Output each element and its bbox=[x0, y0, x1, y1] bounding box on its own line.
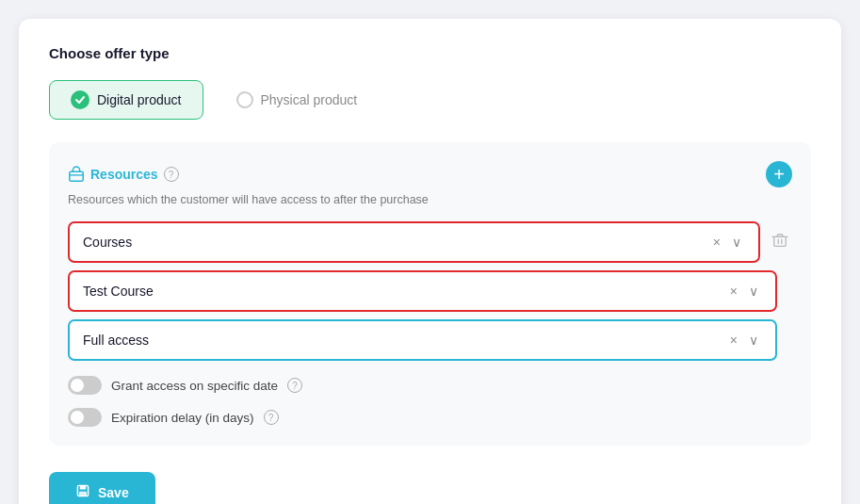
resource-value-1: Courses bbox=[83, 235, 132, 250]
add-resource-button[interactable]: + bbox=[766, 161, 792, 187]
resources-description: Resources which the customer will have a… bbox=[68, 193, 792, 206]
dropdown-controls-2: × ∨ bbox=[726, 282, 762, 301]
clear-resource-1-icon[interactable]: × bbox=[709, 233, 724, 252]
svg-rect-0 bbox=[70, 171, 83, 181]
tab-physical[interactable]: Physical product bbox=[215, 81, 380, 119]
tab-digital[interactable]: Digital product bbox=[49, 80, 203, 120]
resources-title: Resources bbox=[90, 167, 158, 182]
resource-dropdown-1[interactable]: Courses × ∨ bbox=[68, 221, 760, 263]
resources-panel: Resources ? + Resources which the custom… bbox=[49, 142, 811, 446]
resource-value-3: Full access bbox=[83, 333, 149, 348]
chevron-resource-3-icon[interactable]: ∨ bbox=[745, 331, 762, 350]
toggle-row-grant-access: Grant access on specific date ? bbox=[68, 376, 792, 395]
dropdown-controls-3: × ∨ bbox=[726, 331, 762, 350]
grant-access-info-icon[interactable]: ? bbox=[287, 378, 302, 393]
page-title: Choose offer type bbox=[49, 45, 811, 61]
resources-box-icon bbox=[68, 166, 85, 183]
save-button[interactable]: Save bbox=[49, 472, 155, 504]
resource-value-2: Test Course bbox=[83, 284, 154, 299]
resources-title-row: Resources ? bbox=[68, 166, 179, 183]
resource-dropdown-3[interactable]: Full access × ∨ bbox=[68, 319, 777, 361]
tab-digital-label: Digital product bbox=[97, 92, 182, 107]
dropdown-controls-1: × ∨ bbox=[709, 233, 745, 252]
toggle-row-expiration: Expiration delay (in days) ? bbox=[68, 408, 792, 427]
clear-resource-3-icon[interactable]: × bbox=[726, 331, 741, 350]
svg-rect-4 bbox=[80, 485, 86, 489]
resource-row-2: Test Course × ∨ bbox=[68, 270, 792, 312]
svg-rect-5 bbox=[79, 492, 87, 496]
svg-rect-2 bbox=[774, 236, 787, 246]
toggle-expiration-label: Expiration delay (in days) bbox=[111, 411, 254, 425]
offer-tabs: Digital product Physical product bbox=[49, 80, 811, 120]
delete-resource-1-icon[interactable] bbox=[768, 228, 792, 257]
expiration-info-icon[interactable]: ? bbox=[264, 410, 279, 425]
tab-physical-label: Physical product bbox=[261, 92, 358, 107]
save-label: Save bbox=[98, 485, 129, 500]
chevron-resource-1-icon[interactable]: ∨ bbox=[728, 233, 745, 252]
check-circle-icon bbox=[71, 90, 89, 109]
chevron-resource-2-icon[interactable]: ∨ bbox=[745, 282, 762, 301]
main-container: Choose offer type Digital product Physic… bbox=[19, 19, 841, 504]
resource-row-1: Courses × ∨ bbox=[68, 221, 792, 263]
toggle-grant-access[interactable] bbox=[68, 376, 102, 395]
toggle-expiration-delay[interactable] bbox=[68, 408, 102, 427]
save-icon bbox=[75, 483, 90, 501]
resource-dropdown-2[interactable]: Test Course × ∨ bbox=[68, 270, 777, 312]
toggle-grant-access-label: Grant access on specific date bbox=[111, 379, 278, 393]
resource-row-3: Full access × ∨ bbox=[68, 319, 792, 361]
radio-circle-icon bbox=[236, 91, 253, 108]
resources-header: Resources ? + bbox=[68, 161, 792, 187]
clear-resource-2-icon[interactable]: × bbox=[726, 282, 741, 301]
resources-info-icon[interactable]: ? bbox=[164, 167, 179, 182]
